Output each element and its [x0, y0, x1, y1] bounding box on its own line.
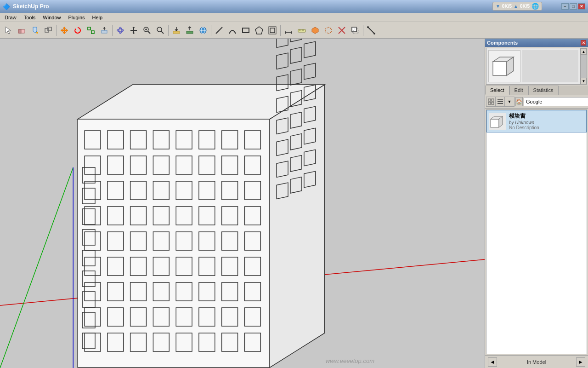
- svg-rect-18: [173, 31, 180, 34]
- cut-opening-btn[interactable]: [335, 24, 348, 37]
- minimize-button[interactable]: −: [561, 3, 569, 10]
- erase-tool-btn[interactable]: [15, 24, 28, 37]
- zoom-tool-btn[interactable]: [141, 24, 153, 37]
- svg-rect-27: [270, 28, 275, 33]
- svg-line-7: [90, 30, 91, 31]
- component-list-item[interactable]: 模块窗 by Unknown No Description: [486, 110, 587, 132]
- menu-window[interactable]: Window: [39, 14, 64, 21]
- scroll-up-button[interactable]: ▲: [581, 48, 587, 55]
- svg-rect-1: [18, 29, 21, 33]
- tab-edit[interactable]: Edit: [509, 86, 528, 95]
- svg-rect-166: [498, 101, 503, 102]
- menu-draw[interactable]: Draw: [1, 14, 20, 21]
- panel-close-button[interactable]: ✕: [581, 40, 586, 46]
- tab-statistics[interactable]: Statistics: [528, 86, 559, 95]
- svg-rect-162: [492, 99, 494, 101]
- svg-rect-6: [91, 31, 94, 34]
- svg-rect-167: [498, 103, 503, 104]
- svg-point-44: [367, 26, 369, 28]
- svg-line-17: [161, 31, 164, 34]
- scroll-down-button[interactable]: ▼: [581, 78, 587, 84]
- pan-tool-btn[interactable]: [127, 24, 140, 37]
- preview-scrollbar[interactable]: ▲ ▼: [580, 48, 587, 84]
- svg-marker-51: [78, 119, 270, 368]
- nav-location-label: In Model: [527, 359, 546, 365]
- move-tool-btn[interactable]: [58, 24, 71, 37]
- chevron-view-button[interactable]: ▼: [505, 97, 514, 106]
- list-view-button[interactable]: [496, 97, 505, 106]
- svg-marker-36: [312, 27, 318, 34]
- svg-line-13: [148, 31, 150, 34]
- component-item-name: 模块窗: [509, 112, 584, 120]
- window-title: SketchUp Pro: [13, 3, 561, 10]
- nav-back-button[interactable]: ◄: [488, 357, 497, 367]
- toolbar-separator-2: [112, 25, 113, 36]
- viewport[interactable]: www.eeeetop.com: [0, 39, 485, 368]
- building-view: [0, 39, 485, 368]
- orbit-tool-btn[interactable]: [114, 24, 127, 37]
- network-indicator: ▼ 0K/5 ▲ 0K/5 🌐: [492, 2, 542, 11]
- toolbar-separator-6: [363, 25, 363, 36]
- svg-rect-38: [352, 27, 356, 32]
- svg-rect-24: [243, 28, 249, 33]
- tape-measure-btn[interactable]: [295, 24, 308, 37]
- select-tool-btn[interactable]: [2, 24, 15, 37]
- scale-tool-btn[interactable]: [85, 24, 97, 37]
- section-cut-btn[interactable]: [309, 24, 322, 37]
- internet-btn[interactable]: [197, 24, 209, 37]
- line-tool-btn[interactable]: [213, 24, 226, 37]
- menu-plugins[interactable]: Plugins: [64, 14, 88, 21]
- window-controls: − □ ✕: [561, 3, 585, 10]
- pushpull-tool-btn[interactable]: [98, 24, 111, 37]
- list-empty-area: [486, 132, 587, 169]
- menu-tools[interactable]: Tools: [20, 14, 40, 21]
- toolbar-separator-4: [211, 25, 211, 36]
- panel-title: Components: [487, 40, 518, 46]
- svg-rect-3: [45, 29, 49, 32]
- dimension-tool-btn[interactable]: [282, 24, 295, 37]
- menu-bar: Draw Tools Window Plugins Help: [0, 13, 588, 22]
- search-input[interactable]: [524, 97, 588, 106]
- svg-point-16: [157, 27, 162, 32]
- nav-forward-button[interactable]: ►: [576, 357, 585, 367]
- panel-bottom-nav: ◄ In Model ►: [485, 355, 588, 368]
- offset-tool-btn[interactable]: [266, 24, 279, 37]
- close-button[interactable]: ✕: [578, 3, 585, 10]
- components-panel: Components ✕ ▲ ▼ Select Edit: [485, 39, 588, 368]
- component-item-info: 模块窗 by Unknown No Description: [509, 112, 584, 130]
- section-visible-btn[interactable]: [322, 24, 335, 37]
- title-bar: 🔷 SketchUp Pro ▼ 0K/5 ▲ 0K/5 🌐 − □ ✕: [0, 0, 588, 13]
- components-list[interactable]: 模块窗 by Unknown No Description: [486, 109, 587, 354]
- svg-rect-4: [48, 27, 51, 31]
- component-tool-btn[interactable]: [42, 24, 55, 37]
- rectangle-tool-btn[interactable]: [239, 24, 252, 37]
- arc-tool-btn[interactable]: [226, 24, 239, 37]
- download-arrow-icon: ▼: [496, 4, 500, 9]
- export-btn[interactable]: [183, 24, 196, 37]
- home-button[interactable]: 🏠: [515, 97, 523, 106]
- main-area: www.eeeetop.com Components ✕ ▲ ▼: [0, 39, 588, 368]
- toolbar-separator-5: [280, 25, 281, 36]
- back-edges-btn[interactable]: [349, 24, 362, 37]
- paint-bucket-btn[interactable]: [28, 24, 41, 37]
- component-item-author: by Unknown: [509, 120, 584, 125]
- svg-rect-171: [491, 119, 499, 127]
- menu-help[interactable]: Help: [89, 14, 107, 21]
- polygon-tool-btn[interactable]: [253, 24, 266, 37]
- component-item-thumbnail: [489, 113, 506, 130]
- measure-btn[interactable]: [365, 24, 378, 37]
- globe-icon: 🌐: [531, 3, 539, 10]
- svg-marker-37: [325, 27, 332, 34]
- zoom-extent-btn[interactable]: [154, 24, 167, 37]
- toolbar-separator-1: [56, 25, 57, 36]
- svg-rect-163: [488, 102, 491, 104]
- tab-select[interactable]: Select: [485, 86, 509, 95]
- component-item-description: No Description: [509, 125, 584, 130]
- maximize-button[interactable]: □: [570, 3, 577, 10]
- upload-speed: 0K/5: [520, 4, 530, 9]
- svg-point-9: [117, 29, 124, 32]
- grid-view-button[interactable]: [486, 97, 496, 106]
- rotate-tool-btn[interactable]: [71, 24, 84, 37]
- import-btn[interactable]: [170, 24, 183, 37]
- panel-titlebar: Components ✕: [485, 39, 588, 47]
